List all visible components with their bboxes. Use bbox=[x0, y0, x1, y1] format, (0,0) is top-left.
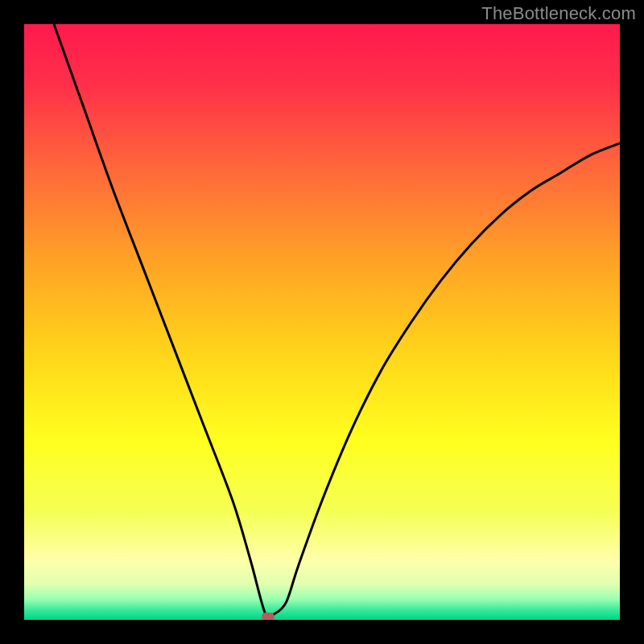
chart-frame: TheBottleneck.com bbox=[0, 0, 644, 644]
watermark-text: TheBottleneck.com bbox=[481, 3, 636, 24]
optimal-point-marker bbox=[262, 613, 275, 620]
bottleneck-curve bbox=[24, 24, 620, 620]
plot-area bbox=[24, 24, 620, 620]
